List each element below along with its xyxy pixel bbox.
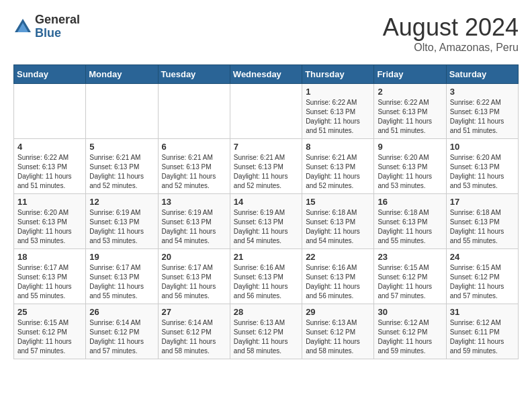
calendar-cell: 26Sunrise: 6:14 AM Sunset: 6:12 PM Dayli… bbox=[86, 304, 158, 359]
day-number: 3 bbox=[450, 87, 515, 97]
day-number: 16 bbox=[378, 197, 442, 207]
day-info: Sunrise: 6:13 AM Sunset: 6:12 PM Dayligh… bbox=[306, 318, 370, 356]
day-number: 12 bbox=[89, 197, 154, 207]
calendar-cell: 21Sunrise: 6:16 AM Sunset: 6:13 PM Dayli… bbox=[230, 249, 302, 304]
calendar-cell: 23Sunrise: 6:15 AM Sunset: 6:12 PM Dayli… bbox=[374, 249, 446, 304]
day-number: 4 bbox=[17, 142, 82, 152]
day-number: 23 bbox=[378, 252, 442, 262]
day-number: 2 bbox=[378, 87, 442, 97]
day-number: 17 bbox=[450, 197, 515, 207]
day-number: 27 bbox=[162, 307, 226, 317]
calendar-table: SundayMondayTuesdayWednesdayThursdayFrid… bbox=[13, 64, 519, 359]
header-sunday: Sunday bbox=[14, 65, 86, 84]
calendar-cell: 22Sunrise: 6:16 AM Sunset: 6:13 PM Dayli… bbox=[302, 249, 374, 304]
calendar-header-row: SundayMondayTuesdayWednesdayThursdayFrid… bbox=[14, 65, 519, 84]
day-number: 25 bbox=[17, 307, 82, 317]
day-info: Sunrise: 6:21 AM Sunset: 6:13 PM Dayligh… bbox=[89, 153, 154, 191]
day-info: Sunrise: 6:22 AM Sunset: 6:13 PM Dayligh… bbox=[306, 98, 370, 136]
day-info: Sunrise: 6:16 AM Sunset: 6:13 PM Dayligh… bbox=[234, 263, 298, 301]
day-number: 13 bbox=[162, 197, 226, 207]
page-header: General Blue August 2024 Olto, Amazonas,… bbox=[13, 13, 519, 54]
calendar-week-row: 18Sunrise: 6:17 AM Sunset: 6:13 PM Dayli… bbox=[14, 249, 519, 304]
day-info: Sunrise: 6:21 AM Sunset: 6:13 PM Dayligh… bbox=[162, 153, 226, 191]
calendar-cell bbox=[158, 84, 230, 139]
calendar-cell: 6Sunrise: 6:21 AM Sunset: 6:13 PM Daylig… bbox=[158, 139, 230, 194]
calendar-week-row: 25Sunrise: 6:15 AM Sunset: 6:12 PM Dayli… bbox=[14, 304, 519, 359]
day-info: Sunrise: 6:14 AM Sunset: 6:12 PM Dayligh… bbox=[162, 318, 226, 356]
day-info: Sunrise: 6:18 AM Sunset: 6:13 PM Dayligh… bbox=[450, 208, 515, 246]
day-info: Sunrise: 6:17 AM Sunset: 6:13 PM Dayligh… bbox=[89, 263, 154, 301]
day-info: Sunrise: 6:17 AM Sunset: 6:13 PM Dayligh… bbox=[17, 263, 82, 301]
day-info: Sunrise: 6:18 AM Sunset: 6:13 PM Dayligh… bbox=[306, 208, 370, 246]
day-info: Sunrise: 6:20 AM Sunset: 6:13 PM Dayligh… bbox=[17, 208, 82, 246]
calendar-cell: 8Sunrise: 6:21 AM Sunset: 6:13 PM Daylig… bbox=[302, 139, 374, 194]
day-info: Sunrise: 6:15 AM Sunset: 6:12 PM Dayligh… bbox=[378, 263, 442, 301]
calendar-cell: 15Sunrise: 6:18 AM Sunset: 6:13 PM Dayli… bbox=[302, 194, 374, 249]
calendar-cell: 31Sunrise: 6:12 AM Sunset: 6:11 PM Dayli… bbox=[446, 304, 518, 359]
day-info: Sunrise: 6:15 AM Sunset: 6:12 PM Dayligh… bbox=[450, 263, 515, 301]
calendar-cell: 29Sunrise: 6:13 AM Sunset: 6:12 PM Dayli… bbox=[302, 304, 374, 359]
calendar-cell: 30Sunrise: 6:12 AM Sunset: 6:12 PM Dayli… bbox=[374, 304, 446, 359]
day-info: Sunrise: 6:14 AM Sunset: 6:12 PM Dayligh… bbox=[89, 318, 154, 356]
calendar-cell: 27Sunrise: 6:14 AM Sunset: 6:12 PM Dayli… bbox=[158, 304, 230, 359]
day-number: 22 bbox=[306, 252, 370, 262]
day-info: Sunrise: 6:20 AM Sunset: 6:13 PM Dayligh… bbox=[450, 153, 515, 191]
day-number: 14 bbox=[234, 197, 298, 207]
calendar-cell: 19Sunrise: 6:17 AM Sunset: 6:13 PM Dayli… bbox=[86, 249, 158, 304]
calendar-cell: 10Sunrise: 6:20 AM Sunset: 6:13 PM Dayli… bbox=[446, 139, 518, 194]
day-info: Sunrise: 6:19 AM Sunset: 6:13 PM Dayligh… bbox=[89, 208, 154, 246]
day-number: 18 bbox=[17, 252, 82, 262]
day-number: 10 bbox=[450, 142, 515, 152]
day-number: 19 bbox=[89, 252, 154, 262]
day-info: Sunrise: 6:16 AM Sunset: 6:13 PM Dayligh… bbox=[306, 263, 370, 301]
calendar-cell: 11Sunrise: 6:20 AM Sunset: 6:13 PM Dayli… bbox=[14, 194, 86, 249]
calendar-cell: 18Sunrise: 6:17 AM Sunset: 6:13 PM Dayli… bbox=[14, 249, 86, 304]
calendar-cell: 16Sunrise: 6:18 AM Sunset: 6:13 PM Dayli… bbox=[374, 194, 446, 249]
calendar-cell: 20Sunrise: 6:17 AM Sunset: 6:13 PM Dayli… bbox=[158, 249, 230, 304]
header-tuesday: Tuesday bbox=[158, 65, 230, 84]
header-monday: Monday bbox=[86, 65, 158, 84]
day-number: 1 bbox=[306, 87, 370, 97]
day-number: 21 bbox=[234, 252, 298, 262]
day-info: Sunrise: 6:22 AM Sunset: 6:13 PM Dayligh… bbox=[17, 153, 82, 191]
calendar-cell: 7Sunrise: 6:21 AM Sunset: 6:13 PM Daylig… bbox=[230, 139, 302, 194]
day-info: Sunrise: 6:22 AM Sunset: 6:13 PM Dayligh… bbox=[378, 98, 442, 136]
day-info: Sunrise: 6:18 AM Sunset: 6:13 PM Dayligh… bbox=[378, 208, 442, 246]
calendar-cell bbox=[86, 84, 158, 139]
day-number: 9 bbox=[378, 142, 442, 152]
calendar-cell: 12Sunrise: 6:19 AM Sunset: 6:13 PM Dayli… bbox=[86, 194, 158, 249]
day-info: Sunrise: 6:12 AM Sunset: 6:12 PM Dayligh… bbox=[378, 318, 442, 356]
calendar-cell: 4Sunrise: 6:22 AM Sunset: 6:13 PM Daylig… bbox=[14, 139, 86, 194]
calendar-cell bbox=[14, 84, 86, 139]
header-saturday: Saturday bbox=[446, 65, 518, 84]
header-wednesday: Wednesday bbox=[230, 65, 302, 84]
logo-icon bbox=[13, 17, 32, 36]
logo-text: General Blue bbox=[35, 13, 80, 40]
calendar-cell: 2Sunrise: 6:22 AM Sunset: 6:13 PM Daylig… bbox=[374, 84, 446, 139]
day-info: Sunrise: 6:19 AM Sunset: 6:13 PM Dayligh… bbox=[234, 208, 298, 246]
logo: General Blue bbox=[13, 13, 80, 40]
header-friday: Friday bbox=[374, 65, 446, 84]
day-info: Sunrise: 6:22 AM Sunset: 6:13 PM Dayligh… bbox=[450, 98, 515, 136]
day-number: 30 bbox=[378, 307, 442, 317]
day-info: Sunrise: 6:15 AM Sunset: 6:12 PM Dayligh… bbox=[17, 318, 82, 356]
day-info: Sunrise: 6:20 AM Sunset: 6:13 PM Dayligh… bbox=[378, 153, 442, 191]
calendar-cell: 24Sunrise: 6:15 AM Sunset: 6:12 PM Dayli… bbox=[446, 249, 518, 304]
day-number: 20 bbox=[162, 252, 226, 262]
month-year-title: August 2024 bbox=[383, 13, 519, 42]
day-info: Sunrise: 6:21 AM Sunset: 6:13 PM Dayligh… bbox=[306, 153, 370, 191]
day-info: Sunrise: 6:17 AM Sunset: 6:13 PM Dayligh… bbox=[162, 263, 226, 301]
day-number: 29 bbox=[306, 307, 370, 317]
day-number: 11 bbox=[17, 197, 82, 207]
calendar-cell: 17Sunrise: 6:18 AM Sunset: 6:13 PM Dayli… bbox=[446, 194, 518, 249]
day-number: 8 bbox=[306, 142, 370, 152]
header-thursday: Thursday bbox=[302, 65, 374, 84]
calendar-cell: 25Sunrise: 6:15 AM Sunset: 6:12 PM Dayli… bbox=[14, 304, 86, 359]
calendar-cell: 14Sunrise: 6:19 AM Sunset: 6:13 PM Dayli… bbox=[230, 194, 302, 249]
calendar-week-row: 11Sunrise: 6:20 AM Sunset: 6:13 PM Dayli… bbox=[14, 194, 519, 249]
day-number: 6 bbox=[162, 142, 226, 152]
day-number: 28 bbox=[234, 307, 298, 317]
logo-general: General bbox=[35, 13, 80, 27]
calendar-week-row: 4Sunrise: 6:22 AM Sunset: 6:13 PM Daylig… bbox=[14, 139, 519, 194]
calendar-cell: 1Sunrise: 6:22 AM Sunset: 6:13 PM Daylig… bbox=[302, 84, 374, 139]
